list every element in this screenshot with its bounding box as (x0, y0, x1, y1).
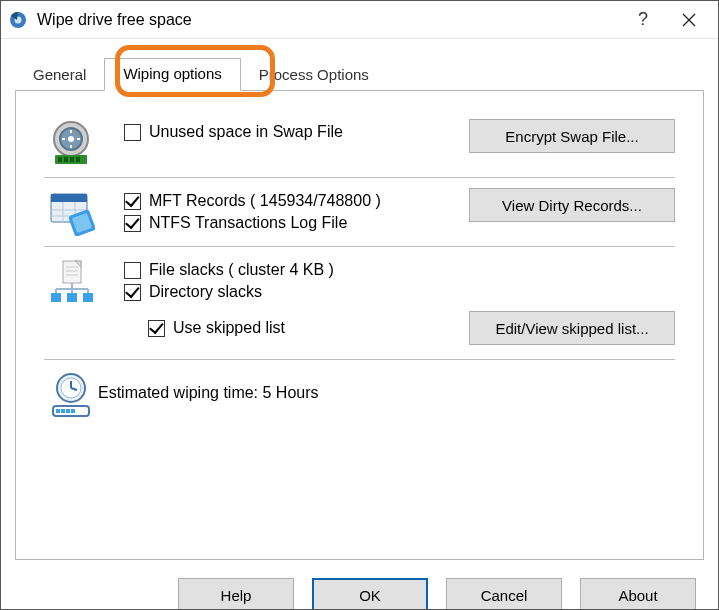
view-dirty-records-button[interactable]: View Dirty Records... (469, 188, 675, 222)
window-title: Wipe drive free space (37, 11, 620, 29)
clock-progress-icon (44, 370, 98, 418)
checkbox-file-slacks[interactable] (124, 262, 141, 279)
tab-general[interactable]: General (15, 60, 104, 91)
label-directory-slacks: Directory slacks (149, 283, 262, 301)
section-estimate: Estimated wiping time: 5 Hours (44, 360, 675, 428)
app-icon (9, 11, 27, 29)
cancel-button[interactable]: Cancel (446, 578, 562, 610)
svg-point-4 (68, 136, 74, 142)
tab-row: General Wiping options Process Options (1, 39, 718, 90)
help-button[interactable]: ? (620, 1, 666, 39)
safe-icon (44, 119, 98, 167)
label-ntfs-log: NTFS Transactions Log File (149, 214, 347, 232)
svg-rect-12 (70, 157, 74, 162)
svg-rect-33 (67, 293, 77, 302)
label-unused-swap: Unused space in Swap File (149, 123, 343, 141)
section-slacks: File slacks ( cluster 4 KB ) Directory s… (44, 247, 675, 359)
svg-rect-34 (83, 293, 93, 302)
records-icon (44, 188, 98, 236)
section-mft: MFT Records ( 145934/748800 ) NTFS Trans… (44, 178, 675, 246)
encrypt-swap-button[interactable]: Encrypt Swap File... (469, 119, 675, 153)
help-button-footer[interactable]: Help (178, 578, 294, 610)
svg-rect-13 (76, 157, 80, 162)
checkbox-unused-swap[interactable] (124, 124, 141, 141)
svg-rect-41 (61, 409, 65, 413)
ok-button[interactable]: OK (312, 578, 428, 610)
about-button[interactable]: About (580, 578, 696, 610)
section-swap: Unused space in Swap File Encrypt Swap F… (44, 109, 675, 177)
checkbox-directory-slacks[interactable] (124, 284, 141, 301)
tab-content: Unused space in Swap File Encrypt Swap F… (15, 90, 704, 560)
label-file-slacks: File slacks ( cluster 4 KB ) (149, 261, 334, 279)
svg-rect-43 (71, 409, 75, 413)
label-use-skipped-list: Use skipped list (173, 319, 285, 337)
svg-rect-42 (66, 409, 70, 413)
estimate-label: Estimated wiping time: 5 Hours (98, 384, 319, 401)
checkbox-mft-records[interactable] (124, 193, 141, 210)
svg-rect-10 (58, 157, 62, 162)
svg-rect-11 (64, 157, 68, 162)
title-bar: Wipe drive free space ? (1, 1, 718, 39)
tab-process-options[interactable]: Process Options (241, 60, 387, 91)
svg-rect-15 (51, 194, 87, 202)
checkbox-use-skipped-list[interactable] (148, 320, 165, 337)
checkbox-ntfs-log[interactable] (124, 215, 141, 232)
svg-rect-40 (56, 409, 60, 413)
edit-skipped-list-button[interactable]: Edit/View skipped list... (469, 311, 675, 345)
tab-wiping-options[interactable]: Wiping options (104, 58, 240, 91)
dialog-footer: Help OK Cancel About (1, 574, 718, 610)
label-mft-records: MFT Records ( 145934/748800 ) (149, 192, 381, 210)
close-button[interactable] (666, 1, 712, 39)
svg-rect-32 (51, 293, 61, 302)
file-tree-icon (44, 257, 98, 305)
